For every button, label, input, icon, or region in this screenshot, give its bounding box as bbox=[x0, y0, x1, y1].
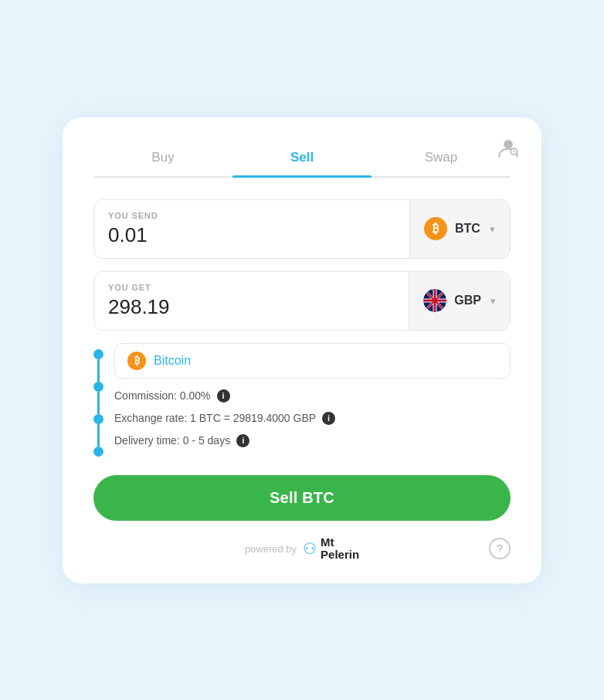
timeline-line-1 bbox=[97, 359, 100, 382]
pelerin-brand: Pelerin bbox=[321, 549, 359, 562]
exchange-rate-row: Exchange rate: 1 BTC = 29819.4000 GBP i bbox=[114, 412, 511, 425]
timeline-dot-2 bbox=[93, 382, 103, 392]
timeline-dot-1 bbox=[93, 349, 103, 359]
btc-chevron-icon: ▾ bbox=[490, 223, 495, 235]
timeline-line-3 bbox=[97, 424, 100, 447]
gbp-label: GBP bbox=[454, 294, 481, 308]
gbp-currency-selector[interactable]: GBP ▾ bbox=[409, 272, 510, 330]
help-icon[interactable]: ? bbox=[489, 538, 511, 559]
timeline bbox=[93, 343, 103, 457]
tab-buy[interactable]: Buy bbox=[93, 142, 232, 176]
you-send-value[interactable]: 0.01 bbox=[108, 223, 395, 247]
commission-row: Commission: 0.00% i bbox=[114, 389, 511, 403]
bitcoin-icon: ₿ bbox=[127, 352, 146, 370]
you-get-value: 298.19 bbox=[108, 295, 395, 319]
tab-swap[interactable]: Swap bbox=[372, 142, 511, 176]
btc-label: BTC bbox=[455, 222, 480, 236]
delivery-time-row: Delivery time: 0 - 5 days i bbox=[114, 434, 511, 447]
pelerin-icon: ⚇ bbox=[303, 539, 317, 558]
tab-sell[interactable]: Sell bbox=[232, 142, 372, 176]
bitcoin-dropdown-row: ₿ Bitcoin bbox=[114, 343, 511, 379]
tabs-container: Buy Sell Swap bbox=[93, 142, 511, 178]
timeline-dot-3 bbox=[93, 414, 103, 424]
pelerin-logo[interactable]: ⚇ Mt Pelerin bbox=[303, 536, 359, 562]
you-send-left: YOU SEND 0.01 bbox=[94, 200, 409, 258]
btc-currency-selector[interactable]: ₿ BTC ▾ bbox=[409, 200, 510, 258]
footer: powered by ⚇ Mt Pelerin ? bbox=[93, 536, 511, 562]
commission-info-icon[interactable]: i bbox=[217, 389, 230, 403]
timeline-dot-4 bbox=[93, 447, 103, 457]
exchange-card: Buy Sell Swap YOU SEND 0.01 ₿ BTC ▾ YOU … bbox=[63, 117, 541, 583]
gbp-chevron-icon: ▾ bbox=[490, 295, 496, 307]
you-get-left: YOU GET 298.19 bbox=[94, 272, 409, 330]
gbp-flag-icon bbox=[423, 289, 446, 312]
you-send-label: YOU SEND bbox=[108, 211, 395, 220]
timeline-line-2 bbox=[97, 392, 100, 414]
exchange-rate-text: Exchange rate: 1 BTC = 29819.4000 GBP bbox=[114, 412, 316, 424]
exchange-info-icon[interactable]: i bbox=[322, 412, 335, 425]
powered-by-text: powered by bbox=[245, 543, 297, 555]
sell-button[interactable]: Sell BTC bbox=[93, 475, 511, 521]
bitcoin-dropdown[interactable]: ₿ Bitcoin bbox=[114, 343, 511, 379]
you-send-section: YOU SEND 0.01 ₿ BTC ▾ bbox=[93, 199, 511, 259]
delivery-info-icon[interactable]: i bbox=[236, 434, 249, 447]
commission-text: Commission: 0.00% bbox=[114, 389, 211, 402]
you-get-section: YOU GET 298.19 GBP ▾ bbox=[93, 271, 511, 331]
you-get-label: YOU GET bbox=[108, 283, 395, 292]
info-section: ₿ Bitcoin Commission: 0.00% i Exchange r… bbox=[93, 343, 511, 457]
bitcoin-label: Bitcoin bbox=[154, 354, 191, 368]
btc-icon: ₿ bbox=[424, 217, 447, 240]
delivery-time-text: Delivery time: 0 - 5 days bbox=[114, 434, 230, 447]
pelerin-name-block: Mt Pelerin bbox=[321, 536, 359, 562]
info-content: ₿ Bitcoin Commission: 0.00% i Exchange r… bbox=[114, 343, 511, 457]
pelerin-mt: Mt bbox=[321, 536, 359, 549]
